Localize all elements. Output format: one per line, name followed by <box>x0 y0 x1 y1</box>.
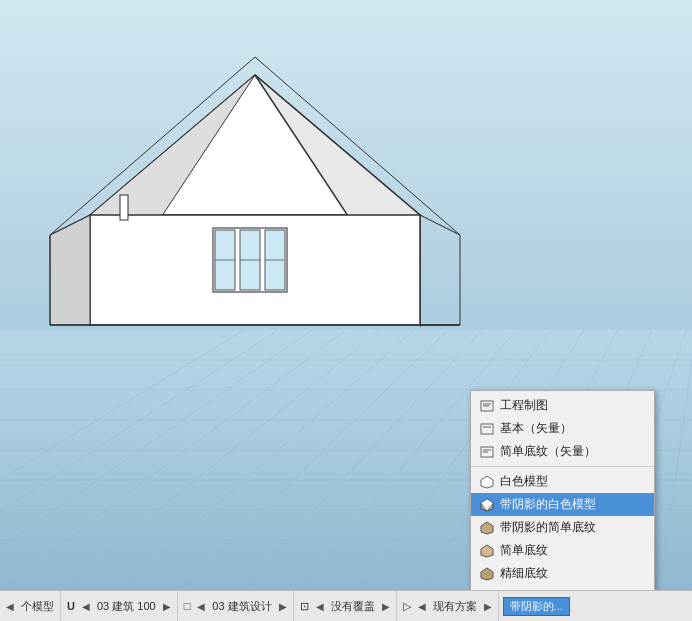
floor-next-btn[interactable]: ▶ <box>161 601 173 612</box>
menu-item-detailed-texture[interactable]: 精细底纹 <box>471 562 654 585</box>
model-label: 个模型 <box>19 599 56 614</box>
bottom-toolbar: ◀ 个模型 U ◀ 03 建筑 100 ▶ □ ◀ 03 建筑设计 ▶ ⊡ ◀ … <box>0 590 692 621</box>
scenario-label: 现有方案 <box>431 599 479 614</box>
menu-item-shaded-white[interactable]: 带阴影的白色模型 <box>471 493 654 516</box>
view-label: 03 建筑设计 <box>210 599 273 614</box>
floor-label: 03 建筑 100 <box>95 599 158 614</box>
svg-marker-60 <box>481 545 493 557</box>
3d-viewport[interactable]: 工程制图 基本（矢量） 简单底纹（矢量） <box>0 0 692 590</box>
menu-item-engineering-label: 工程制图 <box>500 397 548 414</box>
scenario-next-btn[interactable]: ▶ <box>482 601 494 612</box>
context-menu[interactable]: 工程制图 基本（矢量） 简单底纹（矢量） <box>470 390 655 590</box>
floor-icon: U <box>65 600 77 612</box>
menu-item-basic-vector-label: 基本（矢量） <box>500 420 572 437</box>
cover-prev-btn[interactable]: ◀ <box>314 601 326 612</box>
cover-next-btn[interactable]: ▶ <box>380 601 392 612</box>
menu-item-white-model-label: 白色模型 <box>500 473 548 490</box>
menu-item-white-model[interactable]: 白色模型 <box>471 470 654 493</box>
svg-marker-56 <box>481 476 493 488</box>
scenario-icon: ▷ <box>401 600 413 613</box>
toolbar-section-view: □ ◀ 03 建筑设计 ▶ <box>178 591 294 621</box>
menu-item-simple-texture[interactable]: 简单底纹 <box>471 539 654 562</box>
basic-vector-icon <box>479 421 495 437</box>
active-style-label[interactable]: 带阴影的... <box>503 597 570 616</box>
floor-prev-btn[interactable]: ◀ <box>80 601 92 612</box>
view-icon: □ <box>182 600 193 612</box>
svg-rect-47 <box>120 195 128 220</box>
svg-marker-59 <box>481 522 493 534</box>
cover-icon: ⊡ <box>298 600 311 613</box>
menu-item-simple-texture-label: 简单底纹 <box>500 542 548 559</box>
scenario-prev-btn[interactable]: ◀ <box>416 601 428 612</box>
wireframe-icon <box>479 589 495 591</box>
menu-item-wireframe-label: 线框 <box>500 588 524 590</box>
engineering-icon <box>479 398 495 414</box>
menu-item-shaded-simple[interactable]: 带阴影的简单底纹 <box>471 516 654 539</box>
menu-item-shaded-white-label: 带阴影的白色模型 <box>500 496 596 513</box>
view-next-btn[interactable]: ▶ <box>277 601 289 612</box>
menu-item-engineering[interactable]: 工程制图 <box>471 394 654 417</box>
svg-marker-61 <box>481 568 493 580</box>
view-prev-btn[interactable]: ◀ <box>195 601 207 612</box>
svg-rect-51 <box>481 424 493 434</box>
shaded-simple-icon <box>479 520 495 536</box>
model-prev-btn[interactable]: ◀ <box>4 601 16 612</box>
menu-item-shaded-simple-label: 带阴影的简单底纹 <box>500 519 596 536</box>
detailed-texture-icon <box>479 566 495 582</box>
toolbar-section-style[interactable]: 带阴影的... <box>499 591 574 621</box>
menu-item-basic-vector[interactable]: 基本（矢量） <box>471 417 654 440</box>
simple-texture-vector-icon <box>479 444 495 460</box>
house-model <box>30 15 480 385</box>
toolbar-section-model: ◀ 个模型 <box>0 591 61 621</box>
menu-item-wireframe[interactable]: 线框 <box>471 585 654 590</box>
menu-item-simple-texture-vector[interactable]: 简单底纹（矢量） <box>471 440 654 463</box>
toolbar-section-floor: U ◀ 03 建筑 100 ▶ <box>61 591 178 621</box>
menu-separator-1 <box>471 466 654 467</box>
toolbar-section-cover: ⊡ ◀ 没有覆盖 ▶ <box>294 591 397 621</box>
shaded-white-icon <box>479 497 495 513</box>
menu-item-simple-texture-vector-label: 简单底纹（矢量） <box>500 443 596 460</box>
menu-item-detailed-texture-label: 精细底纹 <box>500 565 548 582</box>
toolbar-section-scenario: ▷ ◀ 现有方案 ▶ <box>397 591 499 621</box>
cover-label: 没有覆盖 <box>329 599 377 614</box>
simple-texture-icon <box>479 543 495 559</box>
white-model-icon <box>479 474 495 490</box>
